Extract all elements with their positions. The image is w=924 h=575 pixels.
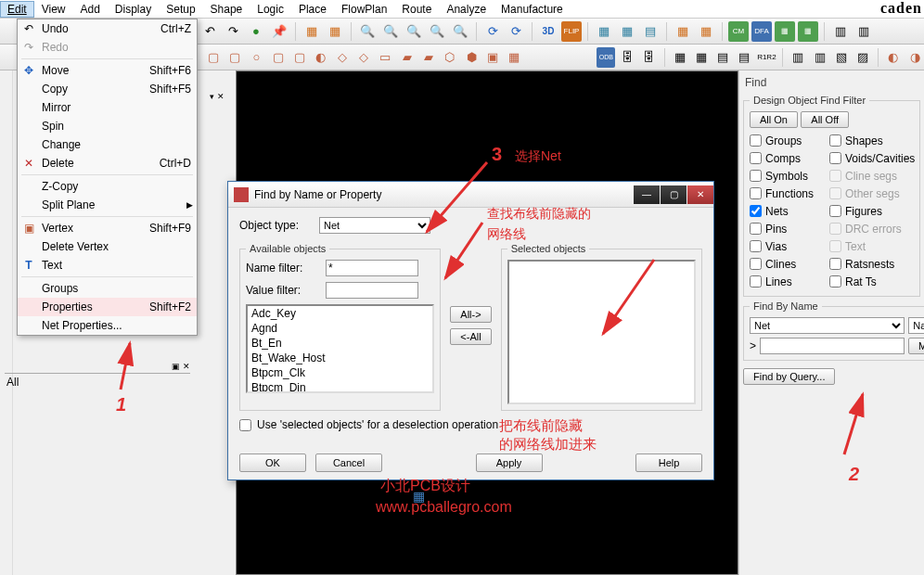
- menu-change[interactable]: Change: [18, 135, 197, 154]
- filter-groups[interactable]: Groups: [750, 132, 829, 149]
- menu-shape[interactable]: Shape: [203, 1, 250, 18]
- menu-properties[interactable]: PropertiesShift+F2: [18, 298, 197, 316]
- find-name-input[interactable]: [760, 338, 905, 354]
- name-filter-input[interactable]: [326, 260, 418, 276]
- cancel-button[interactable]: Cancel: [315, 454, 382, 472]
- menu-spin[interactable]: Spin: [18, 117, 197, 135]
- menu-zcopy[interactable]: Z-Copy: [18, 177, 197, 196]
- tab-dropdown-icon[interactable]: ▾ ✕: [210, 92, 225, 101]
- odb-icon[interactable]: ODB: [597, 47, 615, 68]
- route1-icon[interactable]: ▥: [830, 21, 851, 42]
- zoom-fit-icon[interactable]: 🔍: [404, 21, 424, 42]
- refresh-icon[interactable]: ⟳: [482, 21, 503, 42]
- menu-split-plane[interactable]: Split Plane▶: [18, 196, 197, 214]
- shape8-icon[interactable]: ◇: [354, 47, 373, 68]
- find-name-select[interactable]: Name: [908, 317, 924, 334]
- rep5-icon[interactable]: R1R2: [756, 47, 776, 68]
- redo-icon[interactable]: ↷: [223, 21, 243, 42]
- ex1-icon[interactable]: ◐: [884, 47, 903, 68]
- filter-ratsnests[interactable]: Ratsnests: [829, 255, 909, 273]
- route2-icon[interactable]: ▥: [853, 21, 874, 42]
- zoom-prev-icon[interactable]: 🔍: [427, 21, 447, 42]
- shape6-icon[interactable]: ◐: [312, 47, 330, 68]
- ok-button[interactable]: OK: [239, 454, 306, 472]
- filter-symbols[interactable]: Symbols: [750, 167, 829, 185]
- place-icon[interactable]: ▦: [696, 21, 716, 42]
- list-item[interactable]: Btpcm_Din: [248, 380, 432, 393]
- menu-mirror[interactable]: Mirror: [18, 98, 197, 117]
- shape13-icon[interactable]: ⬢: [462, 47, 481, 68]
- filter-voids-cavities[interactable]: Voids/Cavities: [829, 149, 909, 167]
- shape12-icon[interactable]: ⬡: [441, 47, 459, 68]
- apply-button[interactable]: Apply: [476, 454, 543, 472]
- colors-icon[interactable]: ⟳: [506, 21, 526, 42]
- all-on-button[interactable]: All On: [750, 111, 798, 128]
- filter-shapes[interactable]: Shapes: [829, 132, 909, 149]
- rep-icon[interactable]: ▦: [671, 47, 689, 68]
- list-item[interactable]: Btpcm_Clk: [248, 365, 432, 380]
- shape15-icon[interactable]: ▦: [505, 47, 523, 68]
- filter-functions[interactable]: Functions: [750, 185, 829, 202]
- close-button[interactable]: ✕: [687, 185, 713, 204]
- menu-undo[interactable]: ↶UndoCtrl+Z: [18, 19, 197, 38]
- value-filter-input[interactable]: [326, 282, 418, 299]
- menu-analyze[interactable]: Analyze: [439, 1, 494, 18]
- filter-pins[interactable]: Pins: [750, 220, 829, 237]
- filter-nets[interactable]: Nets: [750, 202, 829, 220]
- grid2-icon[interactable]: ▦: [325, 21, 345, 42]
- prm-icon[interactable]: ▦: [775, 21, 795, 42]
- all-off-button[interactable]: All Off: [801, 111, 849, 128]
- find-by-query-button[interactable]: Find by Query...: [743, 368, 835, 385]
- menu-place[interactable]: Place: [291, 1, 334, 18]
- object-type-select[interactable]: Net: [319, 217, 430, 234]
- use-selected-checkbox[interactable]: [239, 419, 251, 431]
- selected-listbox[interactable]: [507, 260, 696, 404]
- filter-figures[interactable]: Figures: [829, 202, 909, 220]
- grid4-icon[interactable]: ▦: [617, 21, 637, 42]
- menu-logic[interactable]: Logic: [250, 1, 291, 18]
- filter-rat-ts[interactable]: Rat Ts: [829, 273, 909, 290]
- menu-copy[interactable]: CopyShift+F5: [18, 80, 197, 98]
- shape7-icon[interactable]: ◇: [333, 47, 352, 68]
- all-tab[interactable]: All: [6, 376, 19, 389]
- menu-add[interactable]: Add: [72, 1, 107, 18]
- ex2-icon[interactable]: ◑: [905, 47, 924, 68]
- shape14-icon[interactable]: ▣: [483, 47, 502, 68]
- maximize-button[interactable]: ▢: [661, 185, 687, 204]
- shape5-icon[interactable]: ▢: [290, 47, 309, 68]
- layers-icon[interactable]: ▤: [640, 21, 661, 42]
- shape2-icon[interactable]: ▢: [225, 47, 244, 68]
- v3-icon[interactable]: ▧: [832, 47, 851, 68]
- available-listbox[interactable]: Adc_KeyAgndBt_EnBt_Wake_HostBtpcm_ClkBtp…: [246, 304, 434, 393]
- zoom-in-icon[interactable]: 🔍: [357, 21, 378, 42]
- menu-setup[interactable]: Setup: [159, 1, 202, 18]
- cm-icon[interactable]: CM: [728, 21, 749, 42]
- shape10-icon[interactable]: ▰: [398, 47, 417, 68]
- list-item[interactable]: Agnd: [248, 321, 432, 336]
- help-button[interactable]: Help: [635, 454, 702, 472]
- menu-edit[interactable]: Edit: [0, 1, 34, 18]
- shape1-icon[interactable]: ▢: [204, 47, 223, 68]
- more-button[interactable]: More...: [908, 338, 924, 354]
- shape11-icon[interactable]: ▰: [419, 47, 438, 68]
- shape3-icon[interactable]: ○: [247, 47, 265, 68]
- dfa-icon[interactable]: DFA: [751, 21, 772, 42]
- pin-icon[interactable]: 📌: [269, 21, 289, 42]
- menu-display[interactable]: Display: [108, 1, 159, 18]
- grid3-icon[interactable]: ▦: [594, 21, 614, 42]
- panel-close-icon[interactable]: ▣ ✕: [172, 362, 190, 371]
- v1-icon[interactable]: ▥: [789, 47, 807, 68]
- menu-move[interactable]: ✥MoveShift+F6: [18, 61, 197, 80]
- filter-vias[interactable]: Vias: [750, 237, 829, 255]
- v2-icon[interactable]: ▥: [810, 47, 828, 68]
- rep4-icon[interactable]: ▤: [735, 47, 753, 68]
- all-to-button[interactable]: All->: [450, 306, 491, 323]
- menu-manufacture[interactable]: Manufacture: [494, 1, 571, 18]
- minimize-button[interactable]: —: [634, 185, 660, 204]
- filter-clines[interactable]: Clines: [750, 255, 829, 273]
- menu-delete-vertex[interactable]: Delete Vertex: [18, 237, 197, 256]
- find-type-select[interactable]: Net: [750, 317, 905, 334]
- menu-net-properties[interactable]: Net Properties...: [18, 316, 197, 335]
- menu-view[interactable]: View: [34, 1, 73, 18]
- shape9-icon[interactable]: ▭: [376, 47, 394, 68]
